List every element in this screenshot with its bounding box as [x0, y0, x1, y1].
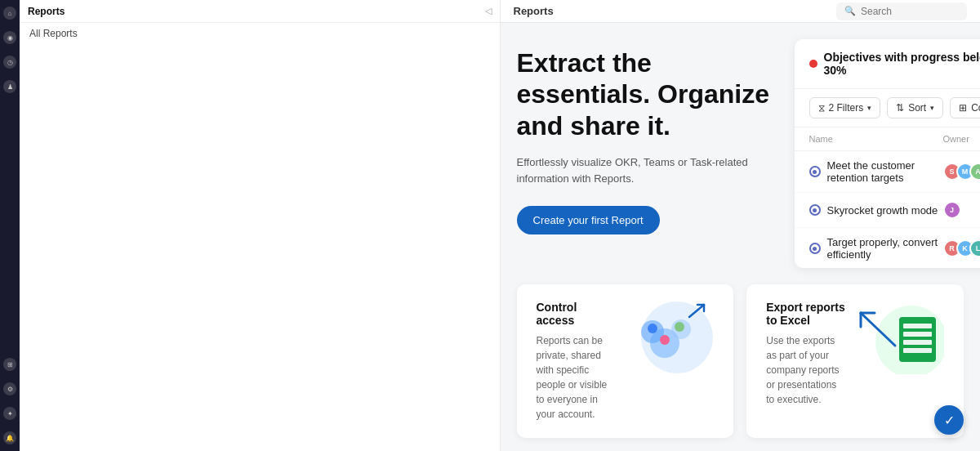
nav-panel: Reports ◁ All Reports [20, 0, 501, 451]
row-status-icon [809, 204, 821, 216]
control-access-desc: Reports can be private, shared with spec… [537, 333, 617, 422]
export-title: Export reports to Excel [766, 301, 846, 327]
report-card-title: Objectives with progress below 30% [824, 51, 981, 77]
svg-point-6 [675, 322, 684, 332]
clock-icon[interactable]: ◷ [3, 56, 16, 69]
export-desc: Use the exports as part of your company … [766, 333, 846, 407]
row-name-text: Meet the customer retention targets [827, 159, 943, 184]
filters-bar: ⧖ 2 Filters ▾ ⇅ Sort ▾ ⊞ Columns ▾ [795, 89, 981, 127]
control-access-illustration [616, 301, 714, 374]
export-card: Export reports to Excel Use the exports … [746, 284, 964, 438]
grid-icon[interactable]: ⊞ [3, 358, 16, 371]
row-name: Meet the customer retention targets [809, 159, 943, 184]
report-card-title-area: Objectives with progress below 30% ··· [809, 51, 981, 77]
columns-icon: ⊞ [959, 102, 967, 114]
icon-rail: ⌂ ◉ ◷ ♟ ⊞ ⚙ ✦ 🔔 [0, 0, 20, 451]
sidebar-item-all-reports[interactable]: All Reports [20, 23, 500, 44]
table-row[interactable]: Skyrocket growth mode J 26% [795, 193, 981, 228]
control-access-content: Control access Reports can be private, s… [537, 301, 617, 422]
access-illustration-svg [616, 301, 714, 374]
page-title: Reports [514, 5, 554, 17]
row-name-text: Skyrocket growth mode [827, 204, 938, 217]
row-avatars: R K L [943, 239, 981, 257]
report-card-header: Objectives with progress below 30% ··· 🔒… [795, 39, 981, 89]
bell-icon[interactable]: 🔔 [3, 431, 16, 444]
nav-collapse-icon[interactable]: ◁ [485, 6, 492, 16]
columns-label: Columns [971, 102, 980, 114]
main-content: Reports 🔍 Extract the essentials. Organi… [501, 0, 981, 451]
svg-rect-12 [903, 324, 932, 328]
globe-icon[interactable]: ◉ [3, 31, 16, 44]
users-icon[interactable]: ♟ [3, 80, 16, 93]
export-content: Export reports to Excel Use the exports … [766, 301, 846, 407]
row-avatars: S M A +3 [943, 163, 981, 181]
row-avatars: J [943, 201, 981, 219]
table-header: Name Owner Progress [795, 127, 981, 151]
hero-title: Extract the essentials. Organize and sha… [517, 47, 778, 141]
columns-button[interactable]: ⊞ Columns ▾ [950, 97, 980, 118]
content-area: Extract the essentials. Organize and sha… [501, 23, 981, 284]
filters-button[interactable]: ⧖ 2 Filters ▾ [809, 97, 881, 118]
filters-label: 2 Filters [829, 102, 864, 114]
row-name-text: Target properly, convert efficiently [827, 236, 943, 261]
create-report-button[interactable]: Create your first Report [517, 206, 660, 234]
search-bar: 🔍 [836, 2, 967, 20]
export-illustration-svg [846, 301, 944, 374]
gear-icon[interactable]: ✦ [3, 407, 16, 420]
table-row[interactable]: Meet the customer retention targets S M … [795, 151, 981, 193]
filter-icon: ⧖ [818, 102, 825, 114]
svg-rect-15 [903, 348, 932, 353]
row-name: Target properly, convert efficiently [809, 236, 943, 261]
sort-chevron: ▾ [930, 104, 934, 112]
svg-point-4 [648, 324, 657, 333]
export-illustration [846, 301, 944, 374]
nav-panel-header: Reports ◁ [20, 0, 500, 23]
report-table: Name Owner Progress Meet the customer re… [795, 127, 981, 268]
fab-button[interactable]: ✓ [934, 405, 964, 435]
col-name-header: Name [809, 134, 943, 144]
bottom-cards: Control access Reports can be private, s… [501, 284, 981, 451]
table-row[interactable]: Target properly, convert efficiently R K… [795, 228, 981, 268]
status-dot [809, 60, 817, 68]
svg-rect-13 [903, 332, 932, 337]
top-bar: Reports 🔍 [501, 0, 981, 23]
sort-button[interactable]: ⇅ Sort ▾ [887, 97, 943, 118]
sort-label: Sort [908, 102, 926, 114]
app-wrapper: ⌂ ◉ ◷ ♟ ⊞ ⚙ ✦ 🔔 Reports ◁ All Reports Re… [0, 0, 980, 451]
control-access-card: Control access Reports can be private, s… [517, 284, 734, 438]
report-card: Objectives with progress below 30% ··· 🔒… [795, 39, 981, 268]
row-status-icon [809, 166, 821, 177]
search-icon: 🔍 [844, 6, 856, 16]
col-owner-header: Owner [943, 134, 981, 144]
sort-icon: ⇅ [896, 102, 904, 114]
search-input[interactable] [861, 6, 959, 17]
hero-subtitle: Effortlessly visualize OKR, Teams or Tas… [517, 154, 778, 186]
settings-icon[interactable]: ⚙ [3, 382, 16, 395]
row-name: Skyrocket growth mode [809, 204, 943, 217]
control-access-title: Control access [537, 301, 617, 327]
hero-section: Extract the essentials. Organize and sha… [517, 39, 778, 268]
row-status-icon [809, 243, 821, 254]
nav-panel-title: Reports [28, 6, 65, 17]
avatar: J [943, 201, 961, 219]
filters-chevron: ▾ [867, 104, 871, 112]
svg-rect-14 [903, 340, 932, 345]
home-icon[interactable]: ⌂ [3, 7, 16, 20]
svg-point-5 [660, 335, 670, 345]
